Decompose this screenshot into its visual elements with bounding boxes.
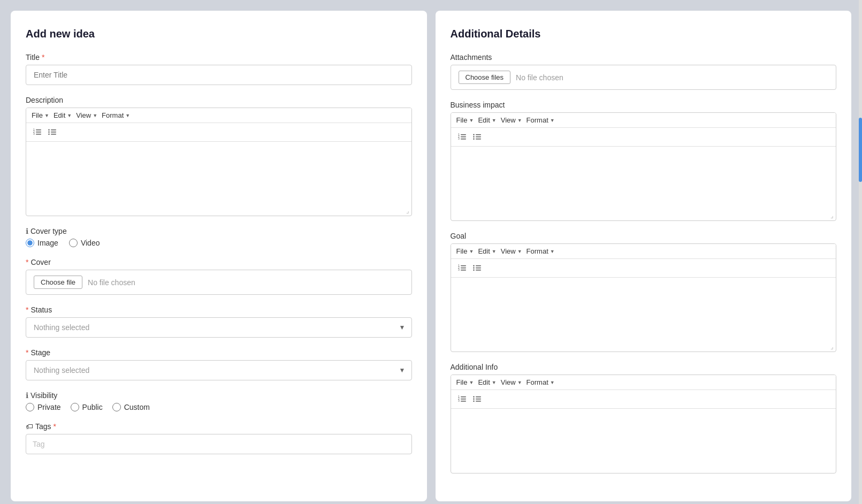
goal-ordered-list-icon[interactable]: 123: [456, 262, 468, 274]
ai-unordered-list-icon[interactable]: [471, 393, 483, 405]
description-icons-row: 1 2 3: [26, 123, 411, 142]
svg-rect-14: [461, 139, 466, 140]
goal-edit-menu[interactable]: Edit ▼: [478, 247, 496, 255]
svg-text:3: 3: [458, 399, 460, 402]
goal-resize: ⌟: [451, 342, 836, 352]
cover-type-video-label: Video: [81, 239, 100, 247]
goal-label: Goal: [451, 232, 837, 240]
tags-field-group: 🏷 Tags * Tag: [26, 422, 412, 454]
svg-rect-12: [461, 134, 466, 135]
ai-toolbar: File ▼ Edit ▼ View ▼ Format ▼: [451, 375, 836, 390]
description-format-menu[interactable]: Format ▼: [102, 111, 130, 119]
visibility-custom-radio[interactable]: [112, 403, 121, 411]
svg-point-47: [473, 401, 474, 402]
left-panel-title: Add new idea: [26, 28, 412, 40]
file-caret: ▼: [44, 113, 49, 118]
description-view-menu[interactable]: View ▼: [76, 111, 97, 119]
cover-type-image-option[interactable]: Image: [26, 239, 58, 247]
svg-rect-43: [476, 399, 481, 400]
ai-file-menu[interactable]: File ▼: [456, 378, 474, 386]
bi-view-caret: ▼: [517, 118, 522, 123]
svg-point-11: [48, 134, 49, 135]
tags-input-wrapper[interactable]: Tag: [26, 434, 412, 454]
goal-format-menu[interactable]: Format ▼: [527, 247, 555, 255]
attachments-label: Attachments: [451, 53, 837, 62]
description-label: Description: [26, 96, 412, 104]
attachments-file-input-wrapper: Choose files No file chosen: [451, 65, 837, 90]
bi-unordered-list-icon[interactable]: [471, 131, 483, 143]
cover-type-video-option[interactable]: Video: [69, 239, 100, 247]
visibility-private-radio[interactable]: [26, 403, 34, 411]
visibility-private-option[interactable]: Private: [26, 403, 61, 411]
ai-file-caret: ▼: [469, 380, 474, 385]
ai-view-menu[interactable]: View ▼: [501, 378, 522, 386]
unordered-list-icon[interactable]: [47, 126, 58, 138]
description-editor: File ▼ Edit ▼ View ▼ Format ▼: [26, 108, 412, 216]
ai-icons-row: 123: [451, 390, 836, 409]
goal-unordered-list-icon[interactable]: [471, 262, 483, 274]
ai-format-menu[interactable]: Format ▼: [527, 378, 555, 386]
description-edit-menu[interactable]: Edit ▼: [54, 111, 72, 119]
visibility-public-radio[interactable]: [71, 403, 79, 411]
description-body[interactable]: [26, 142, 411, 206]
bi-body[interactable]: [451, 147, 836, 211]
goal-file-menu[interactable]: File ▼: [456, 247, 474, 255]
description-resize: ⌟: [26, 206, 411, 216]
svg-rect-18: [476, 134, 481, 135]
status-select[interactable]: Nothing selected: [26, 317, 412, 338]
cover-type-help-icon: ℹ: [26, 227, 28, 235]
svg-rect-0: [36, 129, 41, 131]
svg-point-10: [48, 132, 49, 133]
cover-type-video-radio[interactable]: [69, 239, 78, 247]
svg-point-9: [48, 129, 49, 131]
ai-body[interactable]: [451, 409, 836, 473]
cover-type-image-radio[interactable]: [26, 239, 34, 247]
svg-point-23: [473, 139, 474, 140]
goal-icons-row: 123: [451, 259, 836, 278]
bi-view-menu[interactable]: View ▼: [501, 116, 522, 124]
ai-edit-caret: ▼: [492, 380, 497, 385]
additional-info-label: Additional Info: [451, 363, 837, 371]
visibility-custom-label: Custom: [124, 403, 150, 411]
title-required-marker: *: [42, 53, 44, 62]
scrollbar-thumb[interactable]: [859, 118, 862, 182]
svg-text:3: 3: [458, 137, 460, 140]
ai-format-caret: ▼: [550, 380, 555, 385]
svg-rect-1: [36, 132, 41, 133]
title-label: Title *: [26, 53, 412, 62]
attachments-no-file-text: No file chosen: [516, 73, 563, 82]
title-input[interactable]: [26, 65, 412, 85]
svg-text:3: 3: [458, 268, 460, 271]
svg-rect-44: [476, 401, 481, 402]
bi-format-menu[interactable]: Format ▼: [527, 116, 555, 124]
bi-file-menu[interactable]: File ▼: [456, 116, 474, 124]
goal-body[interactable]: [451, 278, 836, 342]
goal-edit-caret: ▼: [492, 249, 497, 254]
stage-field-group: * Stage Nothing selected ▼: [26, 348, 412, 380]
svg-rect-20: [476, 139, 481, 140]
bi-file-caret: ▼: [469, 118, 474, 123]
visibility-public-option[interactable]: Public: [71, 403, 103, 411]
bi-ordered-list-icon[interactable]: 123: [456, 131, 468, 143]
page-scrollbar[interactable]: [859, 0, 862, 504]
svg-rect-24: [461, 265, 466, 266]
cover-choose-file-button[interactable]: Choose file: [34, 276, 82, 289]
edit-caret: ▼: [67, 113, 72, 118]
ai-edit-menu[interactable]: Edit ▼: [478, 378, 496, 386]
cover-type-image-label: Image: [37, 239, 58, 247]
ai-ordered-list-icon[interactable]: 123: [456, 393, 468, 405]
description-file-menu[interactable]: File ▼: [32, 111, 49, 119]
visibility-custom-option[interactable]: Custom: [112, 403, 150, 411]
view-caret: ▼: [93, 113, 97, 118]
right-panel-title: Additional Details: [451, 28, 837, 40]
goal-view-menu[interactable]: View ▼: [501, 247, 522, 255]
attachments-choose-files-button[interactable]: Choose files: [459, 71, 511, 84]
bi-edit-menu[interactable]: Edit ▼: [478, 116, 496, 124]
ordered-list-icon[interactable]: 1 2 3: [32, 126, 43, 138]
cover-type-field-group: ℹ Cover type Image Video: [26, 227, 412, 247]
title-field-group: Title *: [26, 53, 412, 85]
cover-required-marker: *: [26, 258, 28, 266]
ai-view-caret: ▼: [517, 380, 522, 385]
svg-rect-6: [51, 129, 56, 131]
stage-select[interactable]: Nothing selected: [26, 360, 412, 380]
